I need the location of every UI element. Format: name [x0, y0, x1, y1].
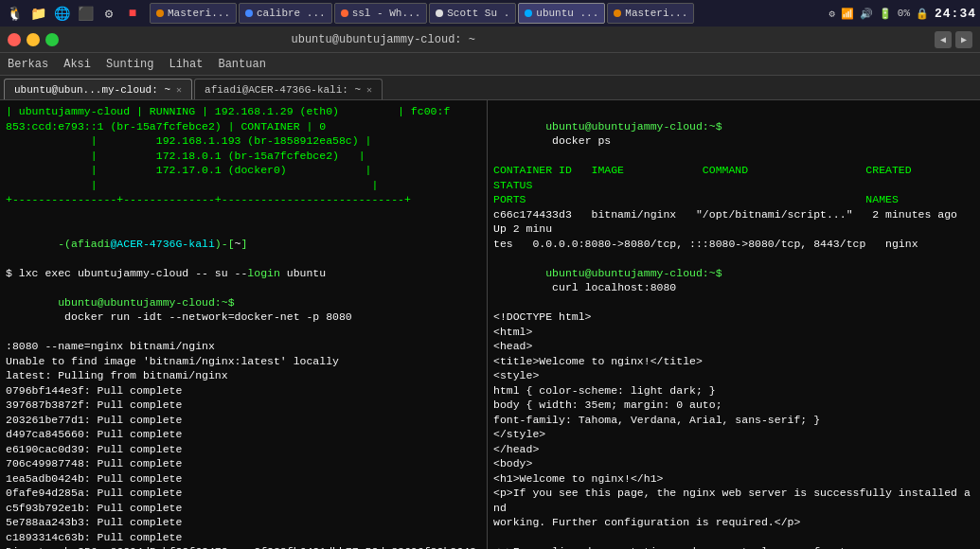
right-body-open: <body>	[493, 456, 974, 471]
menu-aksi[interactable]: Aksi	[63, 58, 91, 71]
window-title: ubuntu@ubuntujammy-cloud: ~	[292, 33, 475, 46]
left-line-unable: Unable to find image 'bitnami/nginx:late…	[6, 354, 481, 369]
right-p1: <p>If you see this page, the nginx web s…	[493, 486, 974, 515]
left-line-pull-3: 203261be77d1: Pull complete	[6, 413, 481, 428]
right-line-header2: PORTS NAMES	[493, 192, 974, 207]
left-line-2: | 192.168.1.193 (br-1858912ea58c) |	[6, 133, 481, 149]
settings-icon[interactable]: ⚙	[98, 3, 119, 24]
menu-bar: Berkas Aksi Sunting Lihat Bantuan	[0, 53, 980, 76]
left-line-pull-5: e6190cac0d39: Pull complete	[6, 442, 481, 457]
left-line-5: | |	[6, 178, 481, 193]
right-p1b: working. Further configuration is requir…	[493, 515, 974, 530]
right-head-open: <head>	[493, 339, 974, 354]
right-css3: font-family: Tahoma, Verdana, Arial, san…	[493, 413, 974, 428]
left-line-latest: latest: Pulling from bitnami/nginx	[6, 368, 481, 383]
right-cmd-2: curl localhost:8080	[545, 281, 676, 293]
right-doctype: <!DOCTYPE html>	[493, 310, 974, 325]
left-line-pull-10: 5e788aa243b3: Pull complete	[6, 515, 481, 530]
right-head-close: </head>	[493, 442, 974, 457]
left-line-pull-11: c1893314c63b: Pull complete	[6, 530, 481, 545]
right-line-container1: c66c174433d3 bitnami/nginx "/opt/bitnami…	[493, 207, 974, 237]
right-prompt-1: ubuntu@ubuntujammy-cloud:~$	[545, 120, 722, 133]
terminal-icon[interactable]: ⬛	[75, 3, 96, 24]
red-icon[interactable]: ■	[122, 3, 143, 24]
taskbar: 🐧 📁 🌐 ⬛ ⚙ ■ Masteri... calibre ... ssl -…	[0, 0, 980, 27]
menu-lihat[interactable]: Lihat	[169, 58, 203, 71]
right-style-open: <style>	[493, 368, 974, 383]
right-pane[interactable]: ubuntu@ubuntujammy-cloud:~$ docker ps CO…	[488, 100, 980, 549]
browser-icon[interactable]: 🌐	[51, 3, 72, 24]
maximize-button[interactable]	[45, 33, 59, 46]
taskbar-app-masteri1[interactable]: Masteri...	[150, 3, 237, 24]
terminal-window: ubuntu@ubuntujammy-cloud: ~ ◀ ▶ Berkas A…	[0, 27, 980, 549]
right-css1: html { color-scheme: light dark; }	[493, 383, 974, 398]
right-style-close: </style>	[493, 427, 974, 442]
tab-afiadi[interactable]: afiadi@ACER-4736G-kali: ~ ✕	[194, 79, 383, 99]
left-line-pull-7: 1ea5adb0424b: Pull complete	[6, 471, 481, 487]
left-line-pull-8: 0fafe94d285a: Pull complete	[6, 486, 481, 501]
left-line-pull-1: 0796bf144e3f: Pull complete	[6, 383, 481, 398]
title-bar: ubuntu@ubuntujammy-cloud: ~ ◀ ▶	[0, 27, 980, 53]
right-html-open: <html>	[493, 325, 974, 340]
next-button[interactable]: ▶	[955, 31, 972, 48]
taskbar-app-calibre[interactable]: calibre ...	[239, 3, 332, 24]
menu-sunting[interactable]: Sunting	[106, 58, 153, 71]
network-icon: 📶	[841, 8, 854, 20]
left-line-4: | 172.17.0.1 (docker0) |	[6, 163, 481, 178]
left-line-lxc: $ lxc exec ubuntujammy-cloud -- su --log…	[6, 266, 481, 281]
taskbar-app-ubuntu[interactable]: ubuntu ...	[518, 3, 605, 24]
menu-bantuan[interactable]: Bantuan	[218, 58, 265, 71]
left-line-prompt-kali: -(afiadi@ACER-4736G-kali)-[~]	[6, 221, 481, 266]
menu-berkas[interactable]: Berkas	[8, 58, 48, 71]
left-line-pull-9: c5f93b792e1b: Pull complete	[6, 501, 481, 516]
left-line-3: | 172.18.0.1 (br-15a7fcfebce2) |	[6, 149, 481, 164]
tab-ubuntu-close[interactable]: ✕	[176, 84, 182, 96]
prompt-kali-user: -(afiadi	[58, 238, 110, 250]
battery-icon: 🔋	[879, 8, 892, 20]
tab-ubuntu-label: ubuntu@ubun...my-cloud: ~	[14, 84, 170, 96]
prompt-kali-bracket: )-[	[215, 238, 235, 250]
right-line-curl-prompt: ubuntu@ubuntujammy-cloud:~$ curl localho…	[493, 251, 974, 310]
tab-afiadi-close[interactable]: ✕	[366, 84, 372, 96]
left-line-pull-6: 706c49987748: Pull complete	[6, 456, 481, 471]
taskbar-app-scott[interactable]: Scott Su .	[429, 3, 516, 24]
left-pane[interactable]: | ubuntujammy-cloud | RUNNING | 192.168.…	[0, 100, 488, 549]
right-p2: <p>For online documentation and support …	[493, 544, 974, 549]
prompt-ubuntu-left: ubuntu@ubuntujammy-cloud:~$	[58, 296, 234, 309]
taskbar-app-masteri2[interactable]: Masteri...	[607, 3, 694, 24]
right-cmd-1: docker ps	[545, 134, 611, 147]
start-icon[interactable]: 🐧	[4, 3, 25, 24]
right-css2: body { width: 35em; margin: 0 auto;	[493, 398, 974, 413]
prompt-kali-close: ]	[241, 238, 247, 250]
left-line-7	[6, 207, 481, 222]
right-blank1	[493, 530, 974, 545]
tab-ubuntu[interactable]: ubuntu@ubun...my-cloud: ~ ✕	[4, 79, 192, 99]
left-line-docker-run2: :8080 --name=nginx bitnami/nginx	[6, 339, 481, 354]
clock: 24:34	[935, 7, 976, 21]
prompt-kali-at: @ACER-4736G-kali	[110, 238, 214, 250]
audio-icon: 🔊	[860, 8, 873, 20]
left-line-1: 853:ccd:e793::1 (br-15a7fcfebce2) | CONT…	[6, 119, 481, 134]
right-line-container2: tes 0.0.0.0:8080->8080/tcp, :::8080->808…	[493, 237, 974, 252]
bluetooth-icon: ⚙	[829, 8, 835, 20]
prev-button[interactable]: ◀	[935, 31, 952, 48]
left-line-6: +----------------+--------------+-------…	[6, 192, 481, 207]
right-title: <title>Welcome to nginx!</title>	[493, 354, 974, 369]
tab-afiadi-label: afiadi@ACER-4736G-kali: ~	[205, 84, 361, 96]
left-line-0: | ubuntujammy-cloud | RUNNING | 192.168.…	[6, 104, 481, 119]
taskbar-right: ⚙ 📶 🔊 🔋 0% 🔒 24:34	[829, 7, 976, 21]
left-line-pull-2: 397687b3872f: Pull complete	[6, 398, 481, 413]
battery-percent: 0%	[898, 8, 910, 19]
taskbar-app-ssl[interactable]: ssl - Wh...	[334, 3, 428, 24]
right-h1: <h1>Welcome to nginx!</h1>	[493, 471, 974, 487]
left-line-pull-4: d497ca845660: Pull complete	[6, 427, 481, 442]
close-button[interactable]	[8, 33, 21, 46]
right-line-docker-ps: ubuntu@ubuntujammy-cloud:~$ docker ps	[493, 104, 974, 163]
files-icon[interactable]: 📁	[27, 3, 48, 24]
minimize-button[interactable]	[27, 33, 40, 46]
terminal-content: | ubuntujammy-cloud | RUNNING | 192.168.…	[0, 100, 980, 549]
left-line-digest: Digest: sha256:c86394d5abf32f63472caac3f…	[6, 544, 481, 549]
right-prompt-2: ubuntu@ubuntujammy-cloud:~$	[545, 267, 722, 279]
lock-icon: 🔒	[916, 8, 929, 20]
taskbar-apps: Masteri... calibre ... ssl - Wh... Scott…	[150, 3, 694, 24]
